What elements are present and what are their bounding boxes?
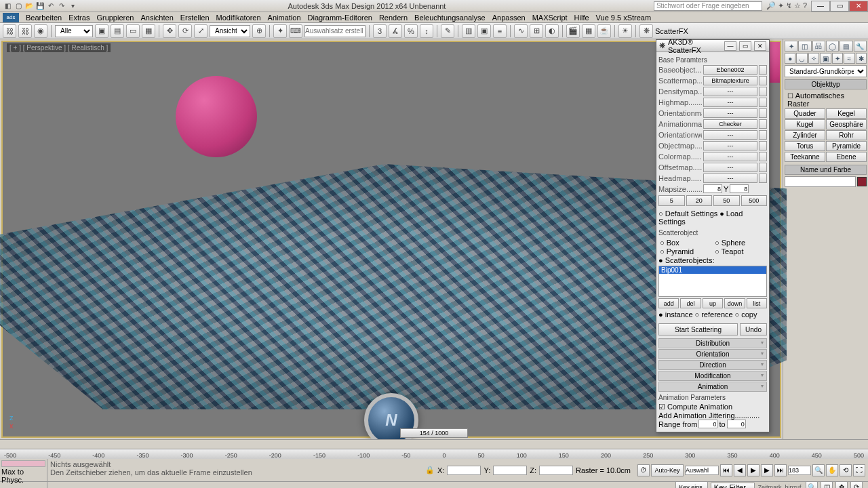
nav-max-icon[interactable]: ⛶ [853, 464, 865, 476]
prev-frame-icon[interactable]: ◀ [734, 464, 746, 476]
range-to[interactable] [727, 420, 746, 428]
opt-copy[interactable]: ○ copy [734, 310, 757, 319]
move-icon[interactable]: ✥ [163, 24, 176, 38]
subcat-shapes-icon[interactable]: ◡ [796, 53, 807, 64]
undo-icon[interactable]: ↶ [46, 1, 56, 11]
select-name-icon[interactable]: ▤ [111, 24, 124, 38]
angle-snap-icon[interactable]: ∡ [389, 24, 402, 38]
btn-down[interactable]: down [724, 298, 745, 308]
menu-vue[interactable]: Vue 9.5 xStream [596, 14, 652, 22]
align-icon[interactable]: ▣ [477, 24, 491, 38]
menu-diagramm[interactable]: Diagramm-Editoren [308, 14, 372, 22]
open-icon[interactable]: 📂 [24, 1, 34, 11]
btn-start-scatter[interactable]: Start Scattering [658, 323, 738, 336]
size-50[interactable]: 50 [713, 195, 740, 206]
btn-undo[interactable]: Undo [740, 323, 767, 336]
roll-distribution[interactable]: Distribution [658, 338, 767, 348]
new-icon[interactable]: ▢ [14, 1, 23, 11]
param-value-button[interactable]: --- [703, 108, 757, 118]
nav-roll-icon[interactable]: ⟳ [850, 481, 863, 489]
zeitmark[interactable]: Zeitmark. hinzuf. [757, 484, 803, 489]
app-logo[interactable]: ads [3, 13, 19, 22]
mirror-icon[interactable]: ▥ [462, 24, 475, 38]
param-map-slot[interactable] [759, 163, 767, 172]
btn-del[interactable]: del [680, 298, 701, 308]
nav-fov-icon[interactable]: ◫ [821, 481, 833, 489]
menu-hilfe[interactable]: Hilfe [574, 14, 589, 22]
named-selection[interactable] [304, 25, 366, 37]
menu-rendern[interactable]: Rendern [379, 14, 408, 22]
menu-erstellen[interactable]: Erstellen [180, 14, 210, 22]
key-filter-btn[interactable]: Key-Filter... [711, 483, 755, 489]
prim-zylinder[interactable]: Zylinder [785, 130, 825, 140]
menu-ansichten[interactable]: Ansichten [140, 14, 173, 22]
comm-icon[interactable]: ✦ [778, 1, 784, 10]
binoculars-icon[interactable]: 🔎 [766, 1, 776, 10]
prim-ebene[interactable]: Ebene [826, 152, 867, 162]
coord-y[interactable] [493, 466, 527, 475]
param-value-button[interactable]: --- [703, 98, 757, 107]
range-from[interactable] [698, 420, 717, 428]
shape-teapot[interactable]: ○ Teapot [715, 247, 766, 256]
tab-modify-icon[interactable]: ◫ [798, 41, 811, 52]
roll-modification[interactable]: Modification [658, 371, 767, 381]
menu-bearbeiten[interactable]: Bearbeiten [26, 14, 62, 22]
viewport-label[interactable]: [ + ] [ Perspektive ] [ Realistisch ] [7, 43, 111, 52]
param-map-slot[interactable] [759, 87, 767, 96]
play-icon[interactable]: ▶ [747, 464, 760, 476]
timeline-ruler[interactable]: -500-450-400-350-300-250-200-150-100-500… [0, 449, 868, 458]
param-map-slot[interactable] [759, 152, 767, 161]
minimize-button[interactable]: — [811, 1, 830, 12]
prim-quader[interactable]: Quader [785, 108, 825, 119]
autokey-button[interactable]: Auto-Key [651, 464, 684, 476]
rotate-icon[interactable]: ⟳ [178, 24, 192, 38]
opt-reference[interactable]: ○ reference [694, 310, 732, 319]
selection-filter[interactable]: Alle [55, 25, 93, 37]
dialog-min-icon[interactable]: — [724, 41, 736, 51]
tab-create-icon[interactable]: ✦ [785, 41, 797, 52]
subcat-helpers-icon[interactable]: ✦ [832, 53, 843, 64]
param-map-slot[interactable] [759, 98, 767, 107]
subcat-systems-icon[interactable]: ✱ [856, 53, 867, 64]
menu-anpassen[interactable]: Anpassen [492, 14, 526, 22]
color-swatch[interactable] [857, 177, 867, 186]
shape-sphere[interactable]: ○ Sphere [715, 239, 766, 247]
param-map-slot[interactable] [759, 174, 767, 183]
size-5[interactable]: 5 [658, 195, 685, 206]
pivot-icon[interactable]: ⊕ [252, 24, 266, 38]
spinner-snap-icon[interactable]: ↕ [420, 24, 433, 38]
time-slider-bar[interactable]: 154 / 1000 [0, 439, 868, 449]
param-value-button[interactable]: --- [703, 130, 757, 140]
param-value-button[interactable]: Checker [703, 119, 757, 129]
prim-pyramide[interactable]: Pyramide [826, 141, 867, 151]
rect-select-icon[interactable]: ▭ [126, 24, 140, 38]
nav-truck-icon[interactable]: ✥ [835, 481, 848, 489]
prim-rohr[interactable]: Rohr [826, 130, 867, 140]
tab-utilities-icon[interactable]: 🔧 [854, 41, 867, 52]
scatter-list[interactable]: Bip001 [658, 266, 767, 297]
chk-compute[interactable]: ☑ Compute Animation [658, 403, 732, 411]
param-value-button[interactable]: --- [703, 87, 757, 96]
shape-pyramid[interactable]: ○ Pyramid [660, 247, 711, 256]
menu-modifikatoren[interactable]: Modifikatoren [216, 14, 261, 22]
btn-list[interactable]: list [747, 298, 767, 308]
maximize-button[interactable]: ▭ [830, 1, 849, 12]
size-500[interactable]: 500 [741, 195, 768, 206]
help-search[interactable]: Stichwort oder Frage eingeben [654, 1, 762, 11]
select-icon[interactable]: ▣ [95, 24, 108, 38]
menu-animation[interactable]: Animation [268, 14, 301, 22]
mapsize-y[interactable] [730, 184, 749, 193]
param-map-slot[interactable] [759, 65, 767, 75]
subcat-cameras-icon[interactable]: ▣ [820, 53, 831, 64]
param-value-button[interactable]: --- [703, 152, 757, 161]
star-icon[interactable]: ☆ [794, 1, 801, 10]
prim-kugel[interactable]: Kugel [785, 119, 825, 129]
nav-zoom-icon[interactable]: 🔍 [812, 464, 825, 476]
render-icon[interactable]: ☕ [597, 24, 611, 38]
dialog-titlebar[interactable]: ❋ AK3D® ScatterFX — ▭ ✕ [656, 40, 769, 52]
goto-start-icon[interactable]: ⏮ [720, 464, 732, 476]
prim-kegel[interactable]: Kegel [826, 108, 867, 119]
edit-sel-icon[interactable]: ✎ [441, 24, 454, 38]
bind-icon[interactable]: ◉ [34, 24, 47, 38]
keyeins-button[interactable]: Key eins. [675, 481, 708, 489]
